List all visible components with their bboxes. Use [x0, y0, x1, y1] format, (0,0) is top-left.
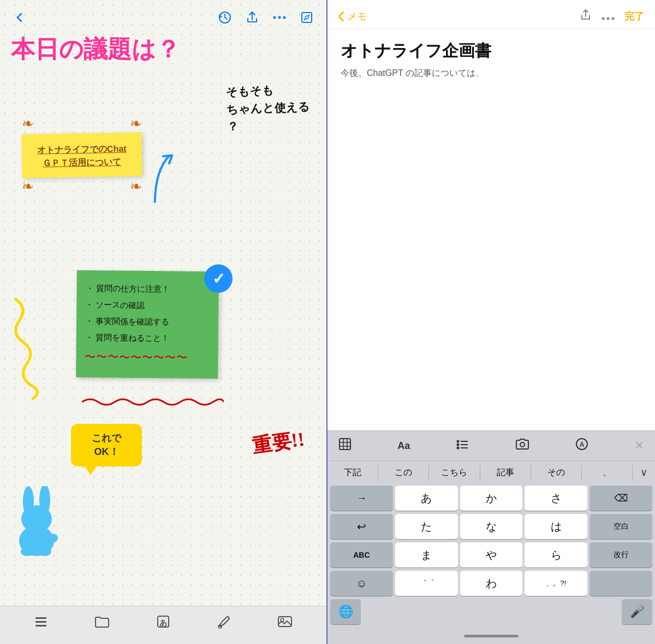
done-button[interactable]: 完了	[624, 10, 644, 23]
back-to-memo[interactable]: メモ	[338, 10, 367, 23]
autocomplete-bar: 下記 この こちら 記事 その 、 ∨	[327, 460, 655, 484]
handwritten-text: そもそもちゃんと使える？	[225, 81, 311, 135]
key-ka[interactable]: か	[460, 486, 523, 511]
key-ya[interactable]: や	[460, 542, 523, 568]
left-bottom-bar: あ	[0, 606, 326, 644]
key-wa[interactable]: わ	[460, 571, 523, 596]
note-title: オトナライフ企画書	[341, 40, 642, 62]
key-sa[interactable]: さ	[525, 486, 587, 511]
key-ha[interactable]: は	[525, 514, 587, 539]
svg-point-11	[49, 534, 58, 542]
key-dakuten[interactable]: ゛゜	[395, 571, 458, 596]
note-subtitle: 今後、ChatGPT の記事については、	[341, 68, 642, 79]
text-bottom-icon[interactable]: あ	[156, 614, 171, 633]
svg-point-22	[612, 17, 615, 20]
history-icon[interactable]	[216, 9, 234, 26]
key-a[interactable]: あ	[395, 486, 458, 511]
memo-label: メモ	[347, 10, 367, 23]
edit-icon[interactable]	[298, 9, 315, 26]
left-content: 本日の議題は？ そもそもちゃんと使える？ ❧❧ オトナライフでのChatＧＰＴ活…	[0, 31, 326, 606]
rabbit-image	[5, 486, 71, 559]
yellow-sticky: ❧❧ オトナライフでのChatＧＰＴ活用について ❧❧	[22, 115, 142, 195]
list-toolbar-icon[interactable]	[450, 436, 474, 456]
key-undo[interactable]: ↩	[330, 514, 393, 539]
key-ma[interactable]: ま	[395, 542, 458, 568]
svg-text:あ: あ	[159, 618, 167, 627]
yellow-squiggle	[0, 291, 51, 410]
autocomplete-chevron[interactable]: ∨	[633, 464, 655, 481]
key-ra[interactable]: ら	[525, 542, 587, 568]
key-emoji[interactable]: ☺	[330, 571, 393, 596]
green-sticky: ・ 質問の仕方に注意！ ・ ソースの確認 ・ 事実関係を確認する ・ 質問を重ね…	[76, 271, 218, 378]
svg-rect-12	[35, 617, 46, 619]
key-spacer	[363, 599, 620, 624]
left-panel: 本日の議題は？ そもそもちゃんと使える？ ❧❧ オトナライフでのChatＧＰＴ活…	[0, 0, 327, 644]
svg-rect-13	[35, 621, 46, 623]
svg-text:A: A	[579, 441, 584, 448]
svg-rect-18	[278, 617, 291, 627]
svg-point-33	[457, 447, 460, 450]
green-sticky-text: ・ 質問の仕方に注意！ ・ ソースの確認 ・ 事実関係を確認する ・ 質問を重ね…	[85, 280, 210, 369]
key-punct[interactable]: 、。?!	[525, 571, 587, 596]
keyboard-toolbar: Aa A ✕	[327, 430, 655, 460]
more-icon[interactable]	[271, 9, 288, 26]
svg-point-9	[21, 547, 34, 556]
main-title: 本日の議題は？	[11, 36, 315, 62]
autocomplete-shitaki[interactable]: 下記	[327, 465, 378, 481]
image-bottom-icon[interactable]	[277, 615, 293, 632]
home-indicator	[327, 628, 655, 644]
list-bottom-icon[interactable]	[34, 615, 48, 633]
sticky-yellow-text: オトナライフでのChatＧＰＴ活用について	[29, 142, 135, 170]
svg-point-3	[283, 16, 286, 19]
key-empty	[590, 571, 652, 596]
key-na[interactable]: な	[460, 514, 523, 539]
home-bar	[464, 635, 519, 637]
key-backspace[interactable]: ⌫	[590, 486, 652, 511]
close-toolbar-icon[interactable]: ✕	[629, 436, 650, 455]
back-button[interactable]	[11, 9, 28, 26]
keyboard-row-4: ☺ ゛゜ わ 、。?!	[327, 569, 655, 598]
key-abc[interactable]: ABC	[330, 542, 393, 568]
more-right-icon[interactable]	[602, 9, 615, 23]
key-return[interactable]: 改行	[590, 542, 652, 568]
left-header-icons	[216, 9, 315, 26]
svg-point-1	[273, 16, 276, 19]
share-right-icon[interactable]	[580, 9, 592, 24]
speech-bubble: これでOK！	[71, 424, 142, 466]
svg-rect-23	[340, 439, 350, 450]
svg-point-10	[38, 547, 51, 556]
key-ta[interactable]: た	[395, 514, 458, 539]
font-toolbar-icon[interactable]: Aa	[392, 438, 415, 454]
autocomplete-comma[interactable]: 、	[582, 465, 633, 481]
table-toolbar-icon[interactable]	[333, 435, 357, 456]
keyboard-row-1: → あ か さ ⌫	[327, 484, 655, 512]
autocomplete-sono[interactable]: その	[531, 465, 582, 481]
camera-toolbar-icon[interactable]	[510, 436, 535, 456]
svg-point-28	[457, 440, 460, 443]
share-icon[interactable]	[243, 9, 261, 26]
autocomplete-kiji[interactable]: 記事	[480, 465, 531, 481]
right-header-right: 完了	[580, 9, 644, 24]
key-space[interactable]: 空白	[590, 514, 652, 539]
key-arrow[interactable]: →	[330, 486, 393, 511]
folder-bottom-icon[interactable]	[94, 615, 110, 632]
keyboard-row-3: ABC ま や ら 改行	[327, 541, 655, 569]
checkmark-badge: ✓	[204, 264, 233, 293]
circle-a-toolbar-icon[interactable]: A	[570, 435, 594, 456]
key-globe[interactable]: 🌐	[330, 599, 361, 624]
svg-rect-4	[302, 13, 312, 22]
key-mic[interactable]: 🎤	[622, 599, 652, 624]
autocomplete-kochira[interactable]: こちら	[429, 465, 480, 481]
keyboard-row-2: ↩ た な は 空白	[327, 512, 655, 541]
autocomplete-kono[interactable]: この	[378, 465, 429, 481]
right-panel: メモ 完了 オトナライフ企画書 今後、ChatGPT の記事については、	[327, 0, 655, 644]
keyboard-row-5: 🌐 🎤	[327, 598, 655, 628]
svg-rect-14	[35, 625, 46, 627]
svg-point-21	[607, 17, 610, 20]
japanese-keyboard: → あ か さ ⌫ ↩ た な は 空白 ABC ま や ら 改行 ☺ ゛゜ わ…	[327, 484, 655, 628]
juyo-text: 重要!!	[251, 426, 306, 460]
brush-bottom-icon[interactable]	[217, 615, 231, 633]
svg-point-2	[278, 16, 281, 19]
svg-point-34	[520, 442, 525, 447]
right-header: メモ 完了	[327, 0, 655, 29]
